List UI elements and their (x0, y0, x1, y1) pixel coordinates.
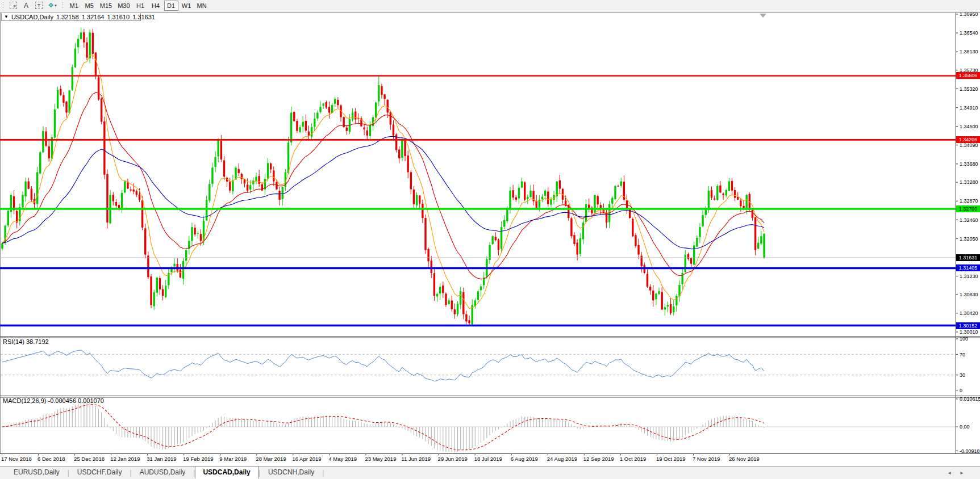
chart-quote-header[interactable]: ▼ USDCAD,Daily 1.32158 1.32164 1.31610 1… (1, 12, 141, 21)
timeframe-button-m30[interactable]: M30 (115, 1, 132, 11)
toolbar-drag-handle[interactable] (2, 2, 5, 9)
tab-separator: | (322, 467, 324, 479)
caret-down-icon: ▾ (55, 3, 57, 8)
svg-text:1.33680: 1.33680 (960, 161, 978, 167)
svg-text:31 Jan 2019: 31 Jan 2019 (147, 456, 176, 462)
svg-text:1.32050: 1.32050 (960, 236, 978, 242)
price-tag: 1.35606 (956, 72, 980, 79)
price-tag: 1.32700 (956, 205, 980, 212)
svg-text:24 Aug 2019: 24 Aug 2019 (547, 456, 577, 462)
text-a-button[interactable]: A (20, 1, 32, 10)
chart-tab-audusd[interactable]: AUDUSD,Daily (132, 466, 194, 479)
svg-text:-0.00918: -0.00918 (960, 448, 980, 454)
f-grid-icon: F (10, 2, 17, 9)
timeframe-button-d1[interactable]: D1 (164, 1, 178, 11)
quote-low: 1.31610 (107, 14, 130, 20)
timeframe-button-h1[interactable]: H1 (134, 1, 148, 11)
chart-tab-bar: EURUSD,Daily|USDCHF,Daily|AUDUSD,Daily|U… (0, 466, 980, 479)
timeframe-group: M1M5M15M30H1H4D1W1MN (66, 1, 210, 11)
svg-text:23 May 2019: 23 May 2019 (365, 456, 397, 462)
svg-text:17 Nov 2018: 17 Nov 2018 (1, 456, 32, 462)
arrow-tools-button[interactable]: ✥ ▾ (46, 1, 59, 10)
symbol-dropdown-icon[interactable]: ▼ (4, 15, 9, 19)
chart-tab-usdchf[interactable]: USDCHF,Daily (69, 466, 130, 479)
price-tag: 1.31405 (956, 264, 980, 271)
svg-text:1.31230: 1.31230 (960, 274, 978, 279)
timeframe-button-h4[interactable]: H4 (149, 1, 163, 11)
svg-text:1.32870: 1.32870 (960, 198, 978, 204)
tab-scroll-left-icon[interactable]: ◄ (947, 470, 960, 476)
svg-text:1.35320: 1.35320 (960, 86, 978, 92)
svg-text:1 Oct 2019: 1 Oct 2019 (620, 456, 646, 462)
svg-text:1.30830: 1.30830 (960, 292, 978, 297)
t-label-icon: T (35, 2, 43, 9)
price-tag: 1.34206 (956, 136, 980, 143)
svg-text:16 Apr 2019: 16 Apr 2019 (292, 456, 321, 462)
svg-text:12 Jan 2019: 12 Jan 2019 (110, 456, 140, 462)
chart-tab-usdcad[interactable]: USDCAD,Daily (195, 466, 258, 479)
text-label-button[interactable]: T (33, 1, 45, 10)
mt4-window: { "toolbar": { "tools": [ {"name": "f-gr… (0, 0, 980, 479)
svg-text:12 Sep 2019: 12 Sep 2019 (583, 456, 614, 462)
chart-canvas[interactable]: 1.369501.365401.361301.357301.353201.349… (0, 0, 980, 479)
a-text-icon: A (24, 2, 28, 10)
svg-text:4 May 2019: 4 May 2019 (328, 456, 357, 462)
svg-text:1.34090: 1.34090 (960, 142, 978, 148)
quote-close: 1.31631 (132, 14, 155, 20)
arrows-icon: ✥ (48, 2, 53, 9)
timeframe-button-m5[interactable]: M5 (82, 1, 97, 11)
svg-text:6 Aug 2019: 6 Aug 2019 (511, 456, 538, 462)
svg-text:1.36950: 1.36950 (960, 11, 978, 17)
svg-text:0.010615: 0.010615 (960, 396, 980, 402)
svg-text:11 Jun 2019: 11 Jun 2019 (402, 456, 431, 462)
tab-scroll-right-icon[interactable]: ► (960, 470, 972, 476)
price-tag: 1.30152 (956, 322, 980, 329)
quote-open: 1.32158 (56, 14, 79, 20)
rsi-indicator-label: RSI(14) 38.7192 (3, 338, 49, 345)
svg-text:0: 0 (960, 388, 962, 393)
svg-text:1.33280: 1.33280 (960, 179, 978, 185)
svg-text:9 Mar 2019: 9 Mar 2019 (219, 456, 247, 462)
timeframe-button-m15[interactable]: M15 (98, 1, 114, 11)
svg-text:7 Nov 2019: 7 Nov 2019 (693, 456, 720, 462)
timeframe-button-mn[interactable]: MN (195, 1, 209, 11)
macd-indicator-label: MACD(12,26,9) -0.000456 0.001070 (3, 397, 104, 404)
svg-text:25 Dec 2018: 25 Dec 2018 (74, 456, 105, 462)
svg-text:29 Jun 2019: 29 Jun 2019 (438, 456, 468, 462)
timeframe-button-m1[interactable]: M1 (67, 1, 81, 11)
svg-text:1.30420: 1.30420 (960, 310, 978, 316)
svg-text:1.32460: 1.32460 (960, 217, 978, 223)
quote-symbol: USDCAD,Daily (11, 14, 53, 20)
chart-tab-usdcnh[interactable]: USDCNH,Daily (260, 466, 322, 479)
svg-text:1.36540: 1.36540 (960, 30, 978, 36)
svg-text:30: 30 (960, 372, 965, 378)
toolbar-drag-handle-2[interactable] (62, 2, 64, 9)
svg-text:1.34910: 1.34910 (960, 105, 978, 111)
svg-text:1.36130: 1.36130 (960, 49, 978, 54)
svg-text:28 Mar 2019: 28 Mar 2019 (256, 456, 286, 462)
svg-text:26 Nov 2019: 26 Nov 2019 (729, 456, 760, 462)
f-grid-button[interactable]: F (7, 1, 19, 10)
price-tag: 1.31631 (956, 254, 980, 261)
svg-text:0.00: 0.00 (960, 424, 970, 430)
svg-text:19 Oct 2019: 19 Oct 2019 (656, 456, 686, 462)
timeframe-button-w1[interactable]: W1 (180, 1, 194, 11)
top-toolbar: F A T ✥ ▾ M1M5M15M30H1H4D1W1MN (0, 0, 980, 11)
quote-high: 1.32164 (82, 14, 105, 20)
svg-text:18 Jul 2019: 18 Jul 2019 (474, 456, 502, 462)
svg-text:1.34500: 1.34500 (960, 124, 978, 129)
svg-text:70: 70 (960, 352, 965, 358)
svg-text:100: 100 (960, 336, 968, 342)
svg-text:19 Feb 2019: 19 Feb 2019 (183, 456, 213, 462)
svg-text:1.30010: 1.30010 (960, 329, 978, 335)
svg-text:6 Dec 2018: 6 Dec 2018 (37, 456, 65, 462)
chart-tab-eurusd[interactable]: EURUSD,Daily (6, 466, 68, 479)
tab-scroll-arrows[interactable]: ◄► (947, 470, 972, 476)
